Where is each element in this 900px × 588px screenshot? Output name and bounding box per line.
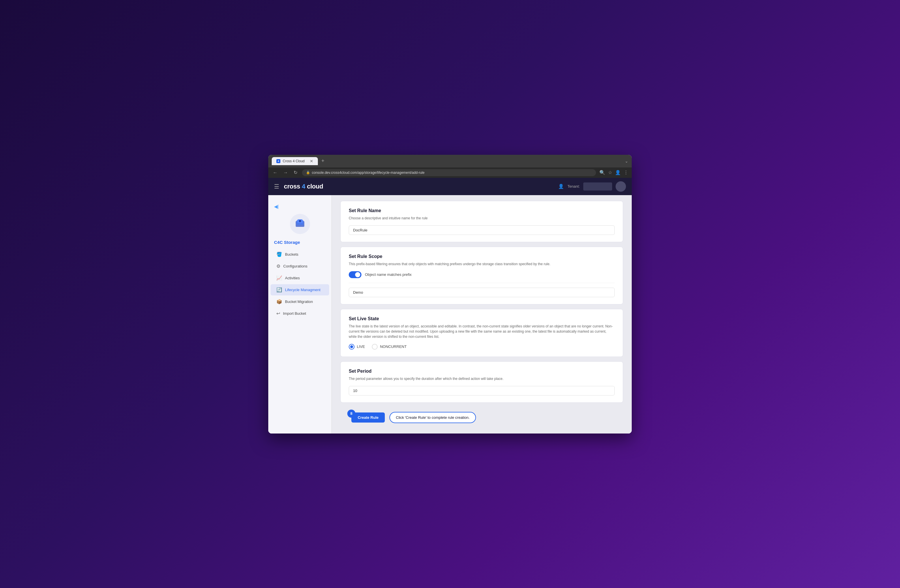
browser-window: 4 Cross 4 Cloud ✕ + ⌄ ← → ↻ 🔒 console.de… bbox=[268, 155, 632, 433]
sidebar-logo-area: ◀| bbox=[268, 201, 331, 240]
user-avatar[interactable] bbox=[616, 181, 626, 192]
sidebar-storage-title: C4C Storage bbox=[268, 240, 331, 248]
live-state-section: Set Live State The live state is the lat… bbox=[340, 309, 623, 357]
sidebar-item-label: Activities bbox=[285, 276, 300, 280]
period-desc: The period parameter allows you to speci… bbox=[349, 376, 615, 381]
logo-4: 4 bbox=[302, 183, 305, 190]
toggle-knob bbox=[355, 272, 360, 277]
address-bar[interactable]: 🔒 console.dev.cross4cloud.com/app/storag… bbox=[302, 169, 596, 176]
toggle-label: Object name matches prefix bbox=[365, 272, 412, 277]
logo-text: cross bbox=[284, 183, 300, 190]
browser-chrome: 4 Cross 4 Cloud ✕ + ⌄ bbox=[268, 155, 632, 167]
period-input[interactable] bbox=[349, 386, 615, 395]
logo-cloud: cloud bbox=[307, 183, 323, 190]
nav-right: 👤 Tenant: bbox=[558, 181, 626, 192]
tab-favicon: 4 bbox=[276, 159, 280, 163]
sidebar-item-label: Import Bucket bbox=[283, 311, 306, 316]
radio-noncurrent-label: NONCURRENT bbox=[380, 344, 407, 349]
browser-tabs: 4 Cross 4 Cloud ✕ + ⌄ bbox=[272, 157, 628, 165]
buckets-icon: 🪣 bbox=[276, 252, 282, 257]
security-icon: 🔒 bbox=[306, 171, 310, 174]
rule-scope-desc: This prefix-based filtering ensures that… bbox=[349, 262, 615, 267]
sidebar-icon-wrapper bbox=[290, 214, 310, 234]
sidebar-item-bucket-migration[interactable]: 📦 Bucket Migration bbox=[271, 296, 329, 307]
radio-live-inner bbox=[350, 345, 353, 348]
import-bucket-icon: ↩ bbox=[276, 311, 280, 316]
sidebar-product-icon bbox=[294, 218, 306, 230]
rule-scope-section: Set Rule Scope This prefix-based filteri… bbox=[340, 247, 623, 304]
sidebar-item-configurations[interactable]: ⚙ Configurations bbox=[271, 261, 329, 272]
sidebar-item-label: Lifecycle Managment bbox=[285, 288, 320, 292]
period-section: Set Period The period parameter allows y… bbox=[340, 361, 623, 403]
bucket-migration-icon: 📦 bbox=[276, 299, 282, 304]
step-badge: 8 bbox=[347, 410, 355, 418]
main-area: ◀| C4C Storage 🪣 Buckets bbox=[268, 195, 632, 433]
create-rule-button[interactable]: Create Rule bbox=[351, 412, 385, 422]
tab-close-button[interactable]: ✕ bbox=[310, 159, 313, 163]
rule-name-section: Set Rule Name Choose a descriptive and i… bbox=[340, 201, 623, 242]
radio-noncurrent-circle bbox=[372, 344, 378, 350]
app-logo: cross4cloud bbox=[284, 183, 323, 190]
live-state-radio-group: LIVE NONCURRENT bbox=[349, 344, 615, 350]
tooltip-bubble: Click 'Create Rule' to complete rule cre… bbox=[389, 412, 476, 423]
radio-live-label: LIVE bbox=[357, 344, 365, 349]
top-nav: ☰ cross4cloud 👤 Tenant: bbox=[268, 178, 632, 195]
radio-live-circle bbox=[349, 344, 355, 350]
tab-title: Cross 4 Cloud bbox=[283, 159, 305, 163]
live-state-desc: The live state is the latest version of … bbox=[349, 324, 615, 339]
tab-expand-button[interactable]: ⌄ bbox=[625, 159, 628, 163]
app-container: ☰ cross4cloud 👤 Tenant: ◀| bbox=[268, 178, 632, 433]
configurations-icon: ⚙ bbox=[276, 263, 280, 269]
bottom-toolbar: 8 Create Rule Click 'Create Rule' to com… bbox=[340, 407, 623, 428]
rule-scope-title: Set Rule Scope bbox=[349, 254, 615, 259]
rule-name-input[interactable] bbox=[349, 225, 615, 235]
sidebar-collapse-button[interactable]: ◀| bbox=[274, 204, 279, 209]
browser-tab-active[interactable]: 4 Cross 4 Cloud ✕ bbox=[272, 157, 318, 165]
menu-icon[interactable]: ⋮ bbox=[624, 170, 628, 175]
tenant-label: Tenant: bbox=[567, 184, 580, 189]
activities-icon: 📈 bbox=[276, 275, 282, 281]
sidebar-item-import-bucket[interactable]: ↩ Import Bucket bbox=[271, 308, 329, 319]
sidebar-item-label: Bucket Migration bbox=[285, 299, 313, 304]
url-text: console.dev.cross4cloud.com/app/storage/… bbox=[312, 171, 425, 175]
lifecycle-icon: 🔄 bbox=[276, 287, 282, 292]
rule-name-desc: Choose a descriptive and intuitive name … bbox=[349, 216, 615, 221]
sidebar-item-buckets[interactable]: 🪣 Buckets bbox=[271, 249, 329, 260]
new-tab-button[interactable]: + bbox=[319, 158, 327, 164]
forward-button[interactable]: → bbox=[282, 169, 289, 176]
live-state-title: Set Live State bbox=[349, 316, 615, 321]
tenant-icon: 👤 bbox=[558, 184, 564, 189]
sidebar-item-label: Configurations bbox=[283, 264, 307, 268]
period-title: Set Period bbox=[349, 369, 615, 374]
hamburger-menu[interactable]: ☰ bbox=[274, 183, 279, 190]
prefix-input[interactable] bbox=[349, 288, 615, 297]
browser-toolbar-icons: 🔍 ☆ 👤 ⋮ bbox=[599, 170, 628, 175]
sidebar-item-lifecycle[interactable]: 🔄 Lifecycle Managment bbox=[271, 284, 329, 296]
profile-icon[interactable]: 👤 bbox=[615, 170, 621, 175]
search-icon[interactable]: 🔍 bbox=[599, 170, 605, 175]
sidebar: ◀| C4C Storage 🪣 Buckets bbox=[268, 195, 332, 433]
rule-name-title: Set Rule Name bbox=[349, 208, 615, 213]
divider bbox=[349, 283, 615, 283]
toggle-row: Object name matches prefix bbox=[349, 271, 615, 278]
content-area: Set Rule Name Choose a descriptive and i… bbox=[332, 195, 632, 433]
svg-point-3 bbox=[299, 220, 301, 222]
radio-noncurrent[interactable]: NONCURRENT bbox=[372, 344, 407, 350]
radio-live[interactable]: LIVE bbox=[349, 344, 365, 350]
prefix-toggle[interactable] bbox=[349, 271, 362, 278]
tenant-input[interactable] bbox=[583, 183, 612, 190]
sidebar-item-activities[interactable]: 📈 Activities bbox=[271, 272, 329, 284]
bookmark-icon[interactable]: ☆ bbox=[608, 170, 612, 175]
browser-addressbar: ← → ↻ 🔒 console.dev.cross4cloud.com/app/… bbox=[268, 167, 632, 178]
back-button[interactable]: ← bbox=[272, 169, 279, 176]
sidebar-item-label: Buckets bbox=[285, 252, 298, 257]
reload-button[interactable]: ↻ bbox=[293, 169, 299, 176]
